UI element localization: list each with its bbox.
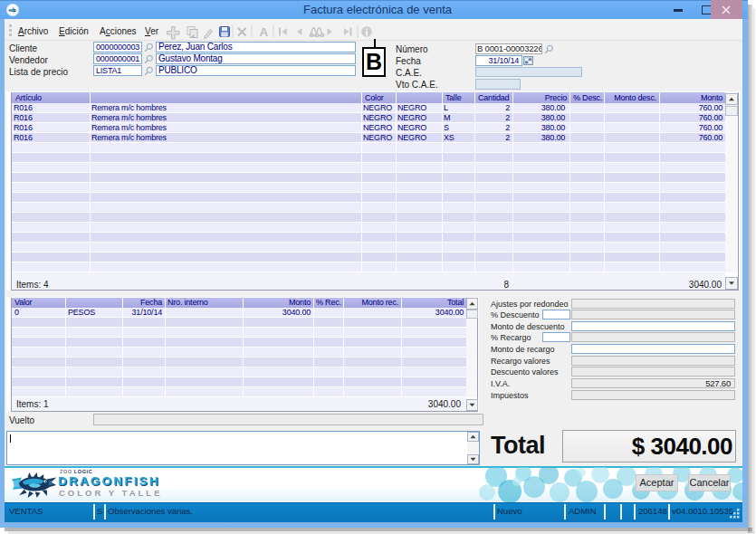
svg-text:A: A (260, 25, 269, 39)
